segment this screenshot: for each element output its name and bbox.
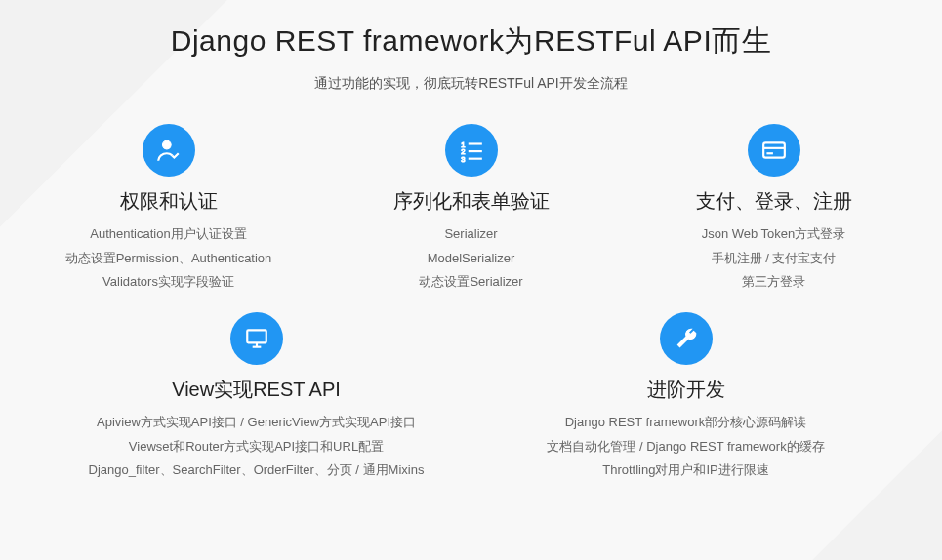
feature-line: Serializer xyxy=(325,222,618,247)
feature-row-top: 权限和认证 Authentication用户认证设置 动态设置Permissio… xyxy=(39,124,903,295)
svg-rect-7 xyxy=(763,142,785,157)
feature-line: 文档自动化管理 / Django REST framework的缓存 xyxy=(501,435,872,460)
feature-line: Django REST framework部分核心源码解读 xyxy=(501,411,872,435)
svg-text:3: 3 xyxy=(461,155,465,163)
feature-line: 手机注册 / 支付宝支付 xyxy=(628,247,921,271)
credit-card-icon xyxy=(748,124,800,177)
page-subtitle: 通过功能的实现，彻底玩转RESTFul API开发全流程 xyxy=(39,75,903,93)
feature-line: Django_filter、SearchFilter、OrderFilter、分… xyxy=(71,459,442,483)
feature-line: 动态设置Permission、Authentication xyxy=(22,247,315,271)
feature-title: 支付、登录、注册 xyxy=(628,188,921,215)
feature-auth: 权限和认证 Authentication用户认证设置 动态设置Permissio… xyxy=(22,124,315,295)
feature-line: Viewset和Router方式实现API接口和URL配置 xyxy=(71,435,442,460)
feature-line: Throttling对用户和IP进行限速 xyxy=(501,459,872,483)
page-title: Django REST framework为RESTFul API而生 xyxy=(39,21,903,61)
user-check-icon xyxy=(143,124,195,177)
feature-line: Json Web Token方式登录 xyxy=(628,222,921,247)
feature-serializer: 123 序列化和表单验证 Serializer ModelSerializer … xyxy=(325,124,618,295)
svg-rect-10 xyxy=(247,330,266,342)
feature-line: 动态设置Serializer xyxy=(325,270,618,295)
feature-title: View实现REST API xyxy=(71,377,442,403)
feature-advanced: 进阶开发 Django REST framework部分核心源码解读 文档自动化… xyxy=(501,312,872,483)
feature-line: Apiview方式实现API接口 / GenericView方式实现API接口 xyxy=(71,411,442,435)
feature-line: Validators实现字段验证 xyxy=(22,270,315,295)
feature-title: 进阶开发 xyxy=(501,377,872,403)
monitor-icon xyxy=(230,312,283,365)
feature-view: View实现REST API Apiview方式实现API接口 / Generi… xyxy=(71,312,442,483)
feature-line: ModelSerializer xyxy=(325,247,618,271)
feature-line: 第三方登录 xyxy=(628,270,921,295)
feature-line: Authentication用户认证设置 xyxy=(22,222,315,247)
svg-point-0 xyxy=(162,140,171,149)
feature-title: 序列化和表单验证 xyxy=(325,188,618,215)
list-icon: 123 xyxy=(445,124,498,177)
wrench-icon xyxy=(660,312,713,365)
feature-title: 权限和认证 xyxy=(22,188,315,215)
feature-payment: 支付、登录、注册 Json Web Token方式登录 手机注册 / 支付宝支付… xyxy=(628,124,921,295)
feature-row-bottom: View实现REST API Apiview方式实现API接口 / Generi… xyxy=(39,312,903,483)
